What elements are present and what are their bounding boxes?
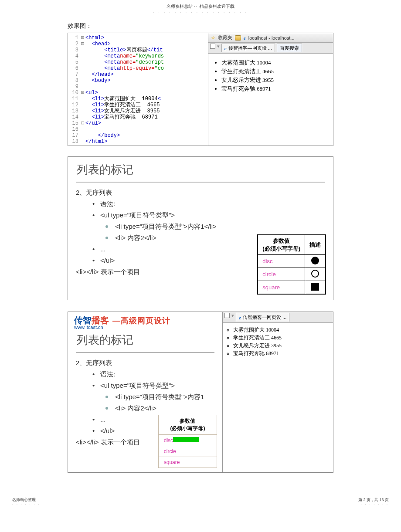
slide-list-markup: 列表的标记 2、无序列表 •语法: •<ul type="项目符号类型"> <l… (68, 156, 333, 300)
favorites-label: 收藏夹 (218, 34, 232, 41)
browser-tab-active[interactable]: e 传智播客—网页设 ... (236, 313, 289, 322)
ie-icon: e (224, 46, 227, 51)
list-item: 宝马打死奔驰 68971 (233, 350, 333, 357)
slide-with-preview: 传智播客 www.itcast.cn —高级网页设计 列表的标记 2、无序列表 … (68, 312, 333, 473)
browser-preview-circle: ▾ e 传智播客—网页设 ... 大雾范围扩大 10004 学生打死清洁工 46… (222, 312, 333, 472)
table-header: 参数值(必须小写字母) (258, 235, 305, 255)
tab-bar: ▾ e 传智播客—网页设 ... 百度搜索 (208, 43, 333, 54)
highlight-cursor (173, 437, 199, 442)
slide-title: 列表的标记 (77, 332, 214, 348)
page-content: 效果图： 1⊟<html> 2⊟ <head> 3 <title>网页标题</t… (0, 22, 401, 473)
list-item: 学生打死清洁工 4665 (221, 68, 330, 75)
page-header: 名师资料总结 · · ·精品资料欢迎下载 (0, 0, 401, 10)
star-icon: ☆ (211, 35, 215, 41)
footer-right: 第 2 页，共 13 页 (358, 497, 389, 503)
bullet-type-table: 参数值(必须小写字母) 描述 disc circle square (257, 234, 326, 295)
circle-icon (311, 270, 319, 278)
ie-icon: e (244, 35, 246, 41)
browser-preview: ☆ 收藏夹 e localhost - localhost... ▾ e 传智播… (208, 33, 333, 146)
browser-body: 大雾范围扩大 10004 学生打死清洁工 4665 女儿怒斥方宏进 3955 宝… (208, 54, 333, 146)
list-item: 学生打死清洁工 4665 (233, 334, 333, 342)
square-icon (311, 283, 319, 291)
page-footer: 名师精心整理 · · · · · · · 第 2 页，共 13 页 · · · … (0, 484, 401, 509)
footer-left: 名师精心整理 (12, 497, 40, 503)
header-dots: · · · · · · · · · · · · · · · · · · (0, 10, 401, 14)
tab-grid-icon[interactable] (224, 313, 230, 318)
table-header: 描述 (305, 235, 326, 255)
list-item: 大雾范围扩大 10004 (221, 59, 330, 67)
list-item: 女儿怒斥方宏进 3955 (221, 76, 330, 84)
ie-icon: e (239, 315, 241, 320)
brand-header: 传智播客 www.itcast.cn —高级网页设计 (68, 312, 222, 330)
tab-grid-icon[interactable] (210, 44, 215, 49)
bullet-type-table-edit: 参数值(必须小写字母) disc circle square (158, 415, 217, 468)
brand-url: www.itcast.cn (74, 325, 109, 330)
preview-list: 大雾范围扩大 10004 学生打死清洁工 4665 女儿怒斥方宏进 3955 宝… (212, 59, 330, 93)
list-item: 女儿怒斥方宏进 3955 (233, 342, 333, 349)
preview-list-circle: 大雾范围扩大 10004 学生打死清洁工 4665 女儿怒斥方宏进 3955 宝… (223, 326, 333, 357)
figure-caption: 效果图： (68, 22, 333, 30)
location-text: localhost - localhost... (248, 35, 295, 41)
disc-icon (311, 257, 319, 264)
browser-tab-active[interactable]: e 传智播客—网页设 ... (221, 44, 275, 52)
browser-tab-baidu[interactable]: 百度搜索 (277, 44, 302, 52)
folder-icon (235, 35, 241, 41)
screenshot-editor-preview: 1⊟<html> 2⊟ <head> 3 <title>网页标题</tit 4 … (68, 33, 333, 146)
favorites-bar: ☆ 收藏夹 e localhost - localhost... (208, 33, 333, 43)
slide-line: 2、无序列表 (76, 187, 325, 198)
code-editor: 1⊟<html> 2⊟ <head> 3 <title>网页标题</tit 4 … (68, 33, 208, 146)
slide-title: 列表的标记 (77, 162, 325, 177)
brand-tagline: —高级网页设计 (112, 315, 170, 326)
list-item: 大雾范围扩大 10004 (233, 326, 333, 334)
list-item: 宝马打死奔驰 68971 (221, 85, 330, 93)
